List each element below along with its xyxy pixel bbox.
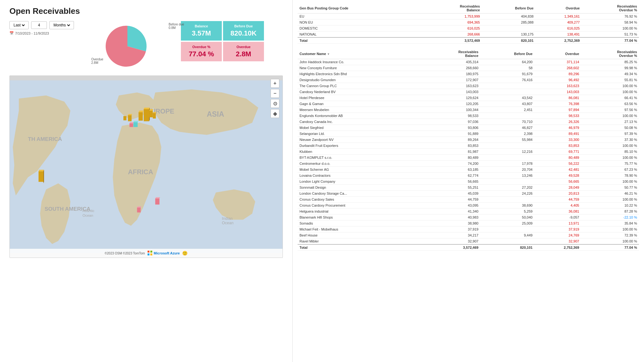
customer-name-cell: Cronus Cardoxy Sales	[298, 197, 423, 203]
customer-name-cell: Candoxy Nederland BV	[298, 89, 423, 95]
period-type-dropdown[interactable]: Last	[9, 21, 29, 29]
customer-overdue-cell: 98,533	[535, 113, 581, 119]
location-button[interactable]: ◈	[271, 109, 279, 118]
gen-bus-name-cell: EU	[298, 14, 424, 19]
customer-overdue-cell: 4,405	[535, 203, 581, 209]
customer-name-cell: Klubben	[298, 149, 423, 155]
gen-bus-total-balance: 3,572,469	[424, 37, 482, 44]
customer-overdue-cell: 49,528	[535, 173, 581, 179]
table-row: London Candoxy Storage Ca... 45,039 24,2…	[298, 191, 639, 197]
gen-bus-col-name: Gen Bus Posting Group Code	[298, 3, 424, 14]
customer-overdue-cell: 80,489	[535, 155, 581, 161]
gen-bus-overdue-pct-cell: 76.92 %	[582, 14, 639, 19]
bar-europe-1	[144, 109, 149, 121]
customer-overdue-cell: 268,602	[535, 65, 581, 71]
zoom-out-button[interactable]: −	[271, 89, 279, 98]
gen-bus-name-cell: NON EU	[298, 19, 424, 25]
period-unit-select[interactable]: Months	[52, 23, 71, 28]
africa-label: AFRICA	[128, 168, 153, 175]
customer-balance-cell: 44,759	[423, 197, 480, 203]
customer-before-due-cell: 13,246	[480, 173, 535, 179]
gen-bus-overdue-cell: 138,491	[535, 31, 582, 38]
customer-before-due-cell: 43,807	[480, 101, 535, 107]
customer-name-cell: Mobel Siegfried	[298, 125, 423, 131]
gen-bus-col-balance: ReceivablesBalance	[424, 3, 482, 14]
table-row: Englunds Kontorsmobler AB 98,533 98,533 …	[298, 113, 639, 119]
customer-name-cell: Michael Feit - Mobelhaus	[298, 226, 423, 232]
table-row: DOMESTIC 616,025 616,025 100.00 %	[298, 25, 639, 31]
period-value-input[interactable]	[31, 21, 47, 29]
overdue-pct-kpi: Overdue % 77.04 %	[181, 42, 222, 61]
table-row: Mobel Siegfried 93,806 46,827 46,979 50.…	[298, 125, 639, 131]
customer-overdue-cell: 83,853	[535, 143, 581, 149]
north-america-label: TH AMERICA	[28, 136, 62, 142]
customer-balance-cell: 81,987	[423, 149, 480, 155]
before-due-kpi: Before Due 820.10K	[223, 21, 264, 41]
customer-name-cell: Designstudio Gmunden	[298, 77, 423, 83]
calendar-icon: 📅	[9, 31, 14, 35]
customer-overdue-cell: 36,081	[535, 209, 581, 214]
gen-bus-balance-cell: 268,666	[424, 31, 482, 38]
customer-overdue-cell: 42,481	[535, 167, 581, 173]
customer-overdue-pct-cell: 100.00 %	[581, 83, 639, 89]
table-row: Cronus Cardoxy Procurement 43,095 38,690…	[298, 203, 639, 209]
period-type-select[interactable]: Last	[12, 23, 26, 28]
customer-before-due-cell	[480, 179, 535, 185]
table-row: London Light Company 56,665 56,665 100.0…	[298, 179, 639, 185]
indian-ocean-label2: Ocean	[222, 221, 233, 225]
customer-overdue-pct-cell: 99.98 %	[581, 65, 639, 71]
customer-name-cell: Gagn & Gaman	[298, 101, 423, 107]
customer-name-cell: Beef House	[298, 232, 423, 238]
customer-col-name: Customer Name ▼	[298, 49, 423, 59]
gen-bus-total-before-due: 820,101	[482, 37, 535, 44]
atlantic-ocean-label2: Ocean	[82, 214, 93, 217]
table-row: Designstudio Gmunden 172,907 76,416 96,4…	[298, 77, 639, 83]
customer-overdue-pct-cell: 97.56 %	[581, 107, 639, 113]
overdue-kpi: Overdue 2.8M	[223, 42, 264, 61]
customer-balance-cell: 98,533	[423, 113, 480, 119]
customer-overdue-cell: -9,057	[535, 214, 581, 220]
balance-kpi: Balance 3.57M	[181, 21, 222, 41]
customer-overdue-pct-cell: 100.00 %	[581, 197, 639, 203]
period-unit-dropdown[interactable]: Months	[49, 21, 74, 29]
customer-balance-cell: 34,217	[423, 232, 480, 238]
customer-overdue-pct-cell: 85.25 %	[581, 59, 639, 65]
customer-overdue-pct-cell: 85.10 %	[581, 149, 639, 155]
customer-overdue-pct-cell: 100.00 %	[581, 155, 639, 161]
customer-overdue-cell: 46,979	[535, 125, 581, 131]
customer-balance-cell: 38,980	[423, 220, 480, 226]
map-container: TH AMERICA SOUTH AMERICA AFRICA EUROPE A…	[9, 75, 283, 258]
customer-name-cell: Cronus Cardoxy Procurement	[298, 203, 423, 209]
customer-balance-cell: 62,774	[423, 173, 480, 179]
customer-before-due-cell: 55,984	[480, 137, 535, 143]
customer-name-cell: Sonnmatt Design	[298, 185, 423, 191]
bar-europe-4	[153, 113, 156, 118]
bar-namerica-1	[39, 171, 43, 182]
customer-overdue-pct-cell: 97.39 %	[581, 131, 639, 137]
customer-col-overdue: Overdue	[535, 49, 581, 59]
zoom-in-button[interactable]: +	[271, 79, 279, 88]
customer-overdue-cell: 37,919	[535, 226, 581, 232]
gen-bus-balance-cell: 694,365	[424, 19, 482, 25]
customer-balance-cell: 89,264	[423, 137, 480, 143]
customer-balance-cell: 40,983	[423, 214, 480, 220]
reset-view-button[interactable]: ⊙	[271, 99, 279, 108]
customer-overdue-cell: 28,049	[535, 185, 581, 191]
customer-balance-cell: 45,039	[423, 191, 480, 197]
customer-overdue-pct-cell: 49.34 %	[581, 71, 639, 77]
bar-europe-3-top	[149, 109, 153, 111]
customer-name-cell: BYT-KOMPLET s.r.o.	[298, 155, 423, 161]
customer-before-due-cell: 38,690	[480, 203, 535, 209]
customer-before-due-cell: 50,040	[480, 214, 535, 220]
gen-bus-total-label: Total	[298, 37, 424, 44]
customer-total-overdue-pct: 77.04 %	[581, 244, 639, 251]
customer-name-cell: Hotel Pferdesee	[298, 95, 423, 101]
world-map: TH AMERICA SOUTH AMERICA AFRICA EUROPE A…	[10, 76, 283, 258]
customer-name-cell: Mobel Scherrer AG	[298, 167, 423, 173]
table-row: Candoxy Nederland BV 143,003 143,003 100…	[298, 89, 639, 95]
customer-name-cell: Helguera industrial	[298, 209, 423, 214]
customer-overdue-pct-cell: 50.08 %	[581, 125, 639, 131]
bar-africa-1-top	[155, 197, 160, 198]
indian-ocean-label: Indian	[222, 216, 232, 221]
table-row: Hotel Pferdesee 129,624 43,542 86,081 66…	[298, 95, 639, 101]
